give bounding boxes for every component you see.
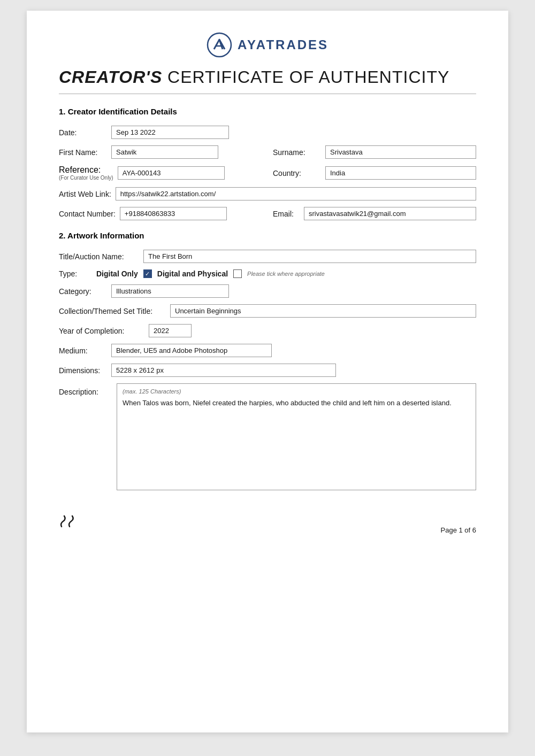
reference-label: Reference: xyxy=(59,165,101,175)
digital-only-label: Digital Only xyxy=(96,269,138,278)
description-content: When Talos was born, Niefel created the … xyxy=(123,398,470,408)
country-label: Country: xyxy=(273,169,321,178)
title-light: CERTIFICATE OF AUTHENTICITY xyxy=(162,67,449,87)
header-divider xyxy=(59,94,476,94)
collection-label: Collection/Themed Set Title: xyxy=(59,307,166,315)
category-row: Category: Illustrations xyxy=(59,284,476,298)
firstname-group: First Name: Satwik xyxy=(59,145,262,159)
country-group: Country: India xyxy=(273,166,476,180)
collection-field: Uncertain Beginnings xyxy=(170,304,476,318)
logo-area: AYATRADES xyxy=(207,32,328,58)
contact-label: Contact Number: xyxy=(59,210,116,218)
description-hint: (max. 125 Characters) xyxy=(123,388,470,395)
footer-logo xyxy=(59,512,86,534)
digital-physical-checkbox[interactable] xyxy=(233,269,242,278)
footer-page: Page 1 of 6 xyxy=(441,526,477,534)
section2-title: 2. Artwork Information xyxy=(59,231,476,240)
title-bold: CREATOR'S xyxy=(59,67,162,87)
header: AYATRADES CREATOR'S CERTIFICATE OF AUTHE… xyxy=(59,32,476,87)
reference-group: Reference: (For Curator Use Only) AYA-00… xyxy=(59,165,262,181)
artwork-title-row: Title/Auction Name: The First Born xyxy=(59,250,476,263)
email-field: srivastavasatwik21@gmail.com xyxy=(304,207,476,220)
digital-only-checkbox[interactable]: ✓ xyxy=(143,269,152,278)
type-label: Type: xyxy=(59,269,91,278)
dimensions-row: Dimensions: 5228 x 2612 px xyxy=(59,364,476,377)
certificate-page: AYATRADES CREATOR'S CERTIFICATE OF AUTHE… xyxy=(27,11,508,732)
artwork-title-label: Title/Auction Name: xyxy=(59,252,139,261)
contact-row: Contact Number: +918840863833 Email: sri… xyxy=(59,207,476,220)
date-row: Date: Sep 13 2022 xyxy=(59,126,476,139)
dimensions-label: Dimensions: xyxy=(59,366,107,375)
reference-sublabel: (For Curator Use Only) xyxy=(59,175,113,181)
category-label: Category: xyxy=(59,287,107,296)
artwork-title-field: The First Born xyxy=(143,250,476,263)
description-box: (max. 125 Characters) When Talos was bor… xyxy=(117,383,476,490)
digital-physical-label: Digital and Physical xyxy=(157,269,228,278)
year-label: Year of Completion: xyxy=(59,327,144,335)
date-label: Date: xyxy=(59,128,107,137)
medium-row: Medium: Blender, UE5 and Adobe Photoshop xyxy=(59,344,476,357)
surname-group: Surname: Srivastava xyxy=(273,145,476,159)
web-label: Artist Web Link: xyxy=(59,190,111,198)
name-row: First Name: Satwik Surname: Srivastava xyxy=(59,145,476,159)
medium-field: Blender, UE5 and Adobe Photoshop xyxy=(111,344,272,357)
web-row: Artist Web Link: https://satwik22.artsta… xyxy=(59,187,476,200)
firstname-label: First Name: xyxy=(59,148,107,157)
category-field: Illustrations xyxy=(111,284,229,298)
type-row: Type: Digital Only ✓ Digital and Physica… xyxy=(59,269,476,278)
year-field: 2022 xyxy=(149,324,192,337)
medium-label: Medium: xyxy=(59,346,107,355)
logo-icon xyxy=(207,32,232,58)
description-row: Description: (max. 125 Characters) When … xyxy=(59,383,476,490)
main-title: CREATOR'S CERTIFICATE OF AUTHENTICITY xyxy=(59,67,476,87)
reference-field: AYA-000143 xyxy=(118,166,225,180)
web-field: https://satwik22.artstation.com/ xyxy=(116,187,476,200)
country-field: India xyxy=(325,166,476,180)
please-tick-text: Please tick where appropriate xyxy=(247,271,325,277)
title-area: CREATOR'S CERTIFICATE OF AUTHENTICITY xyxy=(59,67,476,87)
date-field: Sep 13 2022 xyxy=(111,126,229,139)
ref-row: Reference: (For Curator Use Only) AYA-00… xyxy=(59,165,476,181)
footer-logo-icon xyxy=(59,512,86,530)
svg-point-0 xyxy=(208,33,231,57)
contact-group: Contact Number: +918840863833 xyxy=(59,207,262,220)
logo-text: AYATRADES xyxy=(238,37,328,52)
dimensions-field: 5228 x 2612 px xyxy=(111,364,336,377)
email-label: Email: xyxy=(273,210,300,218)
email-group: Email: srivastavasatwik21@gmail.com xyxy=(273,207,476,220)
footer: Page 1 of 6 xyxy=(59,506,476,534)
description-label: Description: xyxy=(59,383,112,396)
collection-row: Collection/Themed Set Title: Uncertain B… xyxy=(59,304,476,318)
surname-label: Surname: xyxy=(273,148,321,157)
year-row: Year of Completion: 2022 xyxy=(59,324,476,337)
surname-field: Srivastava xyxy=(325,145,476,159)
reference-label-stack: Reference: (For Curator Use Only) xyxy=(59,165,113,181)
contact-field: +918840863833 xyxy=(120,207,227,220)
firstname-field: Satwik xyxy=(111,145,218,159)
section1-title: 1. Creator Identification Details xyxy=(59,107,476,116)
